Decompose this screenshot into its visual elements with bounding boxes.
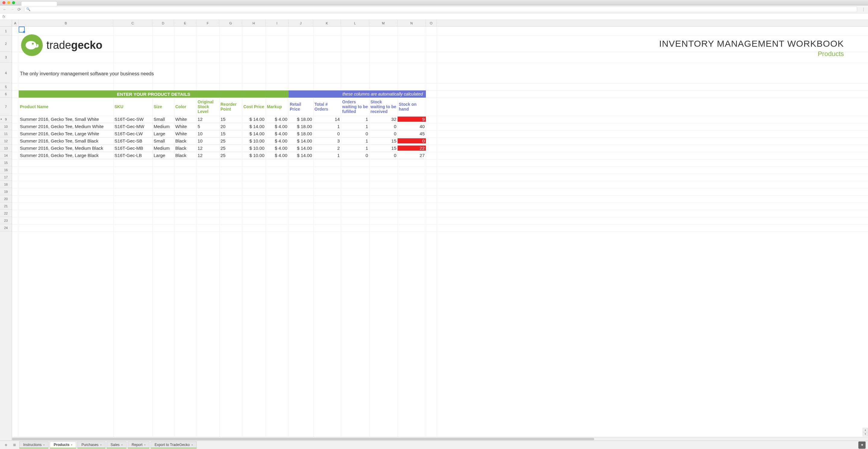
col-header-I[interactable]: I	[266, 20, 288, 26]
cell-markup[interactable]: $ 4.00	[266, 131, 288, 136]
row-header-21[interactable]: 21	[0, 203, 12, 210]
cell-color[interactable]: Black	[174, 146, 196, 151]
cell-retail[interactable]: $ 18.00	[288, 124, 313, 129]
cell-retail[interactable]: $ 18.00	[288, 131, 313, 136]
table-row[interactable]: Summer 2016, Gecko Tee, Medium BlackS16T…	[19, 145, 426, 152]
row-header-4[interactable]: 4	[0, 63, 12, 83]
header-color[interactable]: Color	[174, 98, 196, 116]
cell-name[interactable]: Summer 2016, Gecko Tee, Small White	[19, 117, 113, 122]
cell-waiting_fulfil[interactable]: 1	[341, 138, 369, 144]
cell-sku[interactable]: S16T-Gec-SW	[113, 117, 152, 122]
col-header-C[interactable]: C	[113, 20, 152, 26]
cell-waiting_recv[interactable]: 0	[369, 124, 398, 129]
table-row[interactable]: Summer 2016, Gecko Tee, Small WhiteS16T-…	[19, 116, 426, 123]
sheet-tab-purchases[interactable]: Purchases▾	[78, 442, 105, 448]
select-all-corner[interactable]	[0, 20, 12, 27]
cell-cost[interactable]: $ 14.00	[242, 117, 266, 122]
cells-area[interactable]: tradegecko INVENTORY MANAGEMENT WORKBOOK…	[12, 27, 868, 441]
cell-waiting_fulfil[interactable]: 0	[341, 131, 369, 136]
scroll-up-icon[interactable]: ▴	[863, 428, 868, 432]
cell-on_hand[interactable]: 45	[398, 131, 426, 136]
cell-waiting_recv[interactable]: 15	[369, 138, 398, 144]
cell-markup[interactable]: $ 4.00	[266, 124, 288, 129]
col-header-J[interactable]: J	[288, 20, 313, 26]
cell-on_hand[interactable]: 40	[398, 124, 426, 129]
row-header-18[interactable]: 18	[0, 181, 12, 188]
header-total-orders[interactable]: Total # Orders	[313, 98, 341, 116]
header-size[interactable]: Size	[152, 98, 174, 116]
cell-size[interactable]: Medium	[152, 124, 174, 129]
sheet-tab-report[interactable]: Report▾	[128, 442, 149, 448]
cell-name[interactable]: Summer 2016, Gecko Tee, Medium Black	[19, 146, 113, 151]
cell-sku[interactable]: S16T-Gec-LW	[113, 131, 152, 136]
cell-markup[interactable]: $ 4.00	[266, 146, 288, 151]
cell-color[interactable]: White	[174, 131, 196, 136]
cell-waiting_recv[interactable]: 0	[369, 131, 398, 136]
cell-orders[interactable]: 1	[313, 124, 341, 129]
reload-button[interactable]: ⟳	[17, 7, 22, 12]
row-header-24[interactable]: 24	[0, 224, 12, 232]
cell-size[interactable]: Medium	[152, 146, 174, 151]
cell-orders[interactable]: 14	[313, 117, 341, 122]
row-header-1[interactable]: 1	[0, 27, 12, 35]
row-header-13[interactable]: 13	[0, 145, 12, 152]
row-header-6[interactable]: 6	[0, 90, 12, 98]
scroll-arrows[interactable]: ▴ ▾	[863, 428, 868, 436]
col-header-K[interactable]: K	[313, 20, 341, 26]
cell-orders[interactable]: 0	[313, 131, 341, 136]
cell-sku[interactable]: S16T-Gec-LB	[113, 153, 152, 158]
cell-sku[interactable]: S16T-Gec-MB	[113, 146, 152, 151]
cell-cost[interactable]: $ 10.00	[242, 138, 266, 144]
cell-on_hand[interactable]: 0	[398, 138, 426, 144]
cell-orders[interactable]: 3	[313, 138, 341, 144]
row-header-15[interactable]: 15	[0, 159, 12, 166]
cell-reorder[interactable]: 25	[219, 146, 242, 151]
header-stock-on-hand[interactable]: Stock on hand	[398, 98, 426, 116]
tab-caret-icon[interactable]: ▾	[100, 444, 101, 446]
cell-size[interactable]: Large	[152, 131, 174, 136]
row-header-19[interactable]: 19	[0, 188, 12, 195]
cell-reorder[interactable]: 20	[219, 124, 242, 129]
cell-on_hand[interactable]: 27	[398, 153, 426, 158]
cell-cost[interactable]: $ 14.00	[242, 131, 266, 136]
sheet-tab-products[interactable]: Products▾	[50, 442, 76, 448]
cell-orig[interactable]: 12	[196, 153, 219, 158]
cell-orders[interactable]: 2	[313, 146, 341, 151]
col-header-M[interactable]: M	[369, 20, 398, 26]
scroll-down-icon[interactable]: ▾	[863, 432, 868, 436]
row-header-16[interactable]: 16	[0, 166, 12, 174]
row-header-7[interactable]: 7	[0, 98, 12, 116]
browser-tab[interactable]	[21, 1, 57, 6]
cell-sku[interactable]: S16T-Gec-SB	[113, 138, 152, 144]
cell-waiting_fulfil[interactable]: 1	[341, 117, 369, 122]
cell-markup[interactable]: $ 4.00	[266, 117, 288, 122]
sheet-tab-instructions[interactable]: Instructions▾	[19, 442, 49, 448]
col-header-D[interactable]: D	[152, 20, 174, 26]
cell-waiting_fulfil[interactable]: 1	[341, 124, 369, 129]
cell-orig[interactable]: 12	[196, 146, 219, 151]
col-header-H[interactable]: H	[242, 20, 266, 26]
column-headers[interactable]: ABCDEFGHIJKLMNO	[12, 20, 868, 27]
cell-retail[interactable]: $ 14.00	[288, 146, 313, 151]
cell-size[interactable]: Large	[152, 153, 174, 158]
header-original-stock-level[interactable]: Original Stock Level	[196, 98, 219, 116]
header-markup[interactable]: Markup	[266, 98, 288, 116]
tab-caret-icon[interactable]: ▾	[144, 444, 146, 446]
cell-waiting_recv[interactable]: 15	[369, 146, 398, 151]
header-product-name[interactable]: Product Name	[19, 98, 113, 116]
cell-waiting_recv[interactable]: 0	[369, 153, 398, 158]
cell-reorder[interactable]: 25	[219, 138, 242, 144]
address-bar[interactable]: 🔍	[24, 7, 857, 12]
table-row[interactable]: Summer 2016, Gecko Tee, Medium WhiteS16T…	[19, 123, 426, 130]
cell-orig[interactable]: 5	[196, 124, 219, 129]
row-header-22[interactable]: 22	[0, 210, 12, 217]
forward-button[interactable]: →	[10, 7, 14, 12]
header-stock-waiting-to-be-received[interactable]: Stock waiting to be received	[369, 98, 398, 116]
cell-color[interactable]: Black	[174, 138, 196, 144]
sheet-tab-export-to-tradegecko[interactable]: Export to TradeGecko▾	[151, 442, 197, 448]
all-sheets-button[interactable]: ≡	[11, 442, 18, 448]
cell-name[interactable]: Summer 2016, Gecko Tee, Large White	[19, 131, 113, 136]
row-headers[interactable]: 12345679▾101112131415161718192021222324	[0, 27, 12, 441]
cell-name[interactable]: Summer 2016, Gecko Tee, Medium White	[19, 124, 113, 129]
maximize-window-icon[interactable]	[12, 1, 15, 4]
